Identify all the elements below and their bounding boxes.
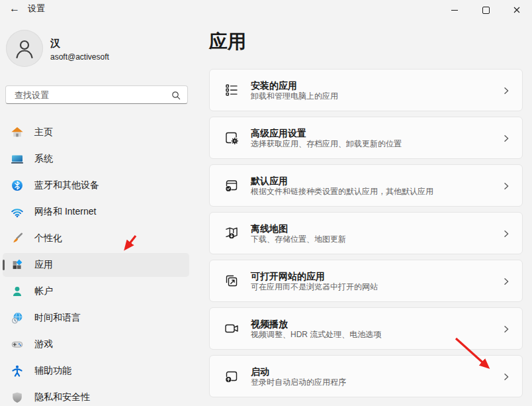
accessibility-person-icon (11, 364, 24, 378)
sidebar-item-accessibility[interactable]: 辅助功能 (3, 359, 189, 383)
card-subtitle: 登录时自动启动的应用程序 (251, 378, 346, 386)
wifi-icon (11, 205, 24, 219)
card-subtitle: 下载、存储位置、地图更新 (251, 235, 346, 243)
card-title: 可打开网站的应用 (251, 272, 378, 281)
sidebar-item-label: 主页 (34, 127, 53, 138)
card-subtitle: 选择获取应用、存档应用、卸载更新的位置 (251, 140, 402, 148)
apps-icon (11, 258, 24, 272)
minimize-icon (451, 10, 458, 11)
sidebar-item-time-language[interactable]: 时间和语言 (3, 306, 189, 330)
chevron-right-icon (502, 87, 510, 95)
installed-apps-icon (224, 82, 240, 98)
back-button[interactable]: ← (5, 1, 24, 17)
bluetooth-icon (11, 179, 24, 192)
card-subtitle: 可在应用而不是浏览器中打开的网站 (251, 283, 378, 291)
globe-clock-icon (11, 311, 24, 325)
maximize-button[interactable] (470, 0, 502, 20)
titlebar: ← 设置 (0, 0, 532, 24)
card-offline-maps[interactable]: 离线地图 下载、存储位置、地图更新 (209, 212, 523, 254)
sidebar-item-label: 时间和语言 (34, 312, 81, 324)
gamepad-icon (11, 338, 24, 351)
chevron-right-icon (502, 134, 510, 142)
card-title: 启动 (251, 367, 346, 376)
sidebar-item-apps[interactable]: 应用 (3, 253, 189, 277)
chevron-right-icon (502, 230, 510, 238)
search-input[interactable] (6, 86, 187, 103)
chevron-right-icon (502, 325, 510, 333)
sidebar-item-label: 应用 (34, 259, 53, 271)
sidebar-item-bluetooth-devices[interactable]: 蓝牙和其他设备 (3, 174, 189, 197)
card-default-apps[interactable]: 默认应用 根据文件和链接种类设置的默认应用，其他默认应用 (209, 164, 523, 207)
user-email: asoft@activesoft (50, 52, 109, 62)
chevron-right-icon (502, 182, 510, 190)
close-button[interactable] (501, 0, 532, 20)
sidebar-nav: 主页 系统 蓝牙和其他设备 (3, 121, 189, 406)
card-apps-for-websites[interactable]: 可打开网站的应用 可在应用而不是浏览器中打开的网站 (209, 260, 523, 302)
download-badge (229, 233, 234, 238)
sidebar-item-label: 辅助功能 (34, 365, 71, 377)
card-subtitle: 视频调整、HDR 流式处理、电池选项 (251, 330, 381, 338)
close-icon (513, 7, 520, 13)
sidebar-item-label: 隐私和安全性 (34, 391, 90, 403)
settings-card-list: 安装的应用 卸载和管理电脑上的应用 (209, 69, 523, 403)
check-badge (226, 186, 231, 191)
card-title: 高级应用设置 (251, 128, 402, 138)
apps-for-websites-icon (224, 273, 240, 289)
card-startup[interactable]: 启动 登录时自动启动的应用程序 (209, 355, 523, 397)
accounts-person-icon (11, 285, 24, 298)
search-box (5, 85, 188, 104)
startup-up-badge (226, 377, 231, 382)
sidebar-item-label: 游戏 (34, 338, 53, 350)
video-playback-icon (224, 321, 240, 336)
card-title: 默认应用 (251, 176, 433, 185)
card-advanced-app-settings[interactable]: 高级应用设置 选择获取应用、存档应用、卸载更新的位置 (209, 117, 523, 159)
gear-badge (232, 138, 238, 144)
paintbrush-icon (11, 232, 24, 245)
card-title: 安装的应用 (251, 81, 338, 90)
card-subtitle: 卸载和管理电脑上的应用 (251, 92, 338, 100)
shield-icon (11, 391, 24, 404)
sidebar-item-gaming[interactable]: 游戏 (3, 332, 189, 356)
window-title: 设置 (28, 3, 45, 15)
minimize-button[interactable] (439, 0, 470, 20)
avatar (6, 30, 43, 67)
sidebar-item-privacy-security[interactable]: 隐私和安全性 (3, 385, 189, 406)
chevron-right-icon (502, 278, 510, 285)
user-name: 汉 (50, 37, 60, 50)
sidebar-item-label: 蓝牙和其他设备 (34, 179, 99, 191)
sidebar-item-system[interactable]: 系统 (3, 147, 189, 171)
sidebar-item-label: 网络和 Internet (34, 206, 96, 218)
card-installed-apps[interactable]: 安装的应用 卸载和管理电脑上的应用 (209, 69, 523, 111)
card-startup-chevron (502, 373, 510, 381)
card-title: 视频播放 (251, 319, 381, 329)
default-apps-icon (224, 178, 240, 193)
home-icon (11, 126, 24, 139)
sidebar-item-accounts[interactable]: 帐户 (3, 279, 189, 303)
maximize-icon (482, 7, 490, 14)
search-icon (171, 91, 181, 100)
back-arrow-icon: ← (9, 3, 20, 15)
sidebar-item-personalization[interactable]: 个性化 (3, 227, 189, 250)
person-icon (13, 37, 36, 60)
page-title: 应用 (209, 29, 246, 54)
sidebar-item-network-internet[interactable]: 网络和 Internet (3, 200, 189, 224)
advanced-app-settings-icon (224, 130, 240, 146)
offline-maps-icon (224, 225, 240, 241)
window-controls (439, 0, 532, 20)
system-icon (11, 152, 24, 166)
sidebar-item-home[interactable]: 主页 (3, 121, 189, 144)
sidebar-item-label: 系统 (34, 153, 53, 165)
sidebar-item-label: 帐户 (34, 285, 53, 297)
sidebar-item-label: 个性化 (34, 232, 62, 244)
card-subtitle: 根据文件和链接种类设置的默认应用，其他默认应用 (251, 187, 433, 195)
card-video-playback[interactable]: 视频播放 视频调整、HDR 流式处理、电池选项 (209, 307, 523, 350)
card-title: 离线地图 (251, 224, 346, 233)
startup-icon (224, 368, 240, 384)
